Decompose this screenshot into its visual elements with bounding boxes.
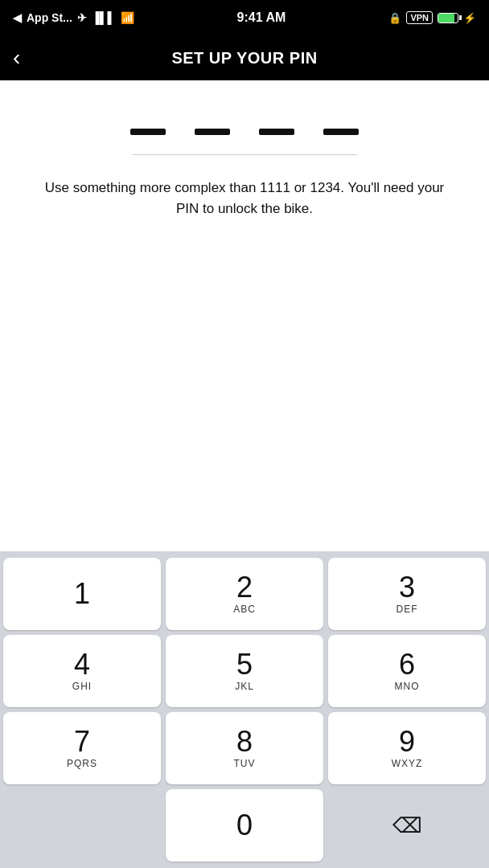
hint-text: Use something more complex than 1111 or … — [35, 178, 454, 219]
pin-divider — [132, 154, 357, 155]
header: ‹ SET UP YOUR PIN — [0, 35, 489, 80]
main-content: Use something more complex than 1111 or … — [0, 80, 489, 551]
status-right: 🔒 VPN ⚡ — [388, 11, 476, 24]
status-left: ◀ App St... ✈ ▐▌▌ 📶 — [13, 11, 134, 24]
airplane-icon: ✈ — [77, 11, 87, 24]
back-button[interactable]: ‹ — [6, 40, 27, 76]
delete-icon: ⌫ — [392, 813, 422, 838]
key-3[interactable]: 3 DEF — [328, 558, 486, 630]
keypad-bottom-row: 0 ⌫ — [3, 789, 486, 862]
keypad-grid: 1 2 ABC 3 DEF 4 GHI 5 JKL 6 MNO 7 PQRS 8 — [3, 558, 486, 784]
vpn-badge: VPN — [406, 11, 433, 24]
key-7[interactable]: 7 PQRS — [3, 712, 161, 784]
page-title: SET UP YOUR PIN — [171, 49, 317, 68]
key-0[interactable]: 0 — [166, 789, 323, 862]
key-empty — [3, 789, 161, 862]
status-bar: ◀ App St... ✈ ▐▌▌ 📶 9:41 AM 🔒 VPN ⚡ — [0, 0, 489, 35]
key-8[interactable]: 8 TUV — [166, 712, 323, 784]
pin-dash-3 — [259, 129, 294, 135]
pin-dash-1 — [130, 129, 166, 135]
status-time: 9:41 AM — [237, 10, 286, 25]
wifi-icon: 📶 — [121, 11, 134, 24]
key-1[interactable]: 1 — [3, 558, 161, 630]
key-delete[interactable]: ⌫ — [328, 789, 486, 862]
app-name: App St... — [27, 11, 72, 24]
key-5[interactable]: 5 JKL — [166, 635, 323, 707]
back-app-indicator: ◀ — [13, 11, 22, 24]
key-2[interactable]: 2 ABC — [166, 558, 323, 630]
lock-icon: 🔒 — [388, 12, 401, 24]
keypad-container: 1 2 ABC 3 DEF 4 GHI 5 JKL 6 MNO 7 PQRS 8 — [0, 551, 489, 868]
key-9[interactable]: 9 WXYZ — [328, 712, 486, 784]
signal-icon: ▐▌▌ — [92, 11, 116, 24]
key-6[interactable]: 6 MNO — [328, 635, 486, 707]
battery-icon — [438, 13, 458, 23]
pin-dash-4 — [323, 129, 359, 135]
charging-icon: ⚡ — [463, 12, 476, 24]
pin-display — [130, 129, 359, 135]
key-4[interactable]: 4 GHI — [3, 635, 161, 707]
pin-dash-2 — [195, 129, 230, 135]
